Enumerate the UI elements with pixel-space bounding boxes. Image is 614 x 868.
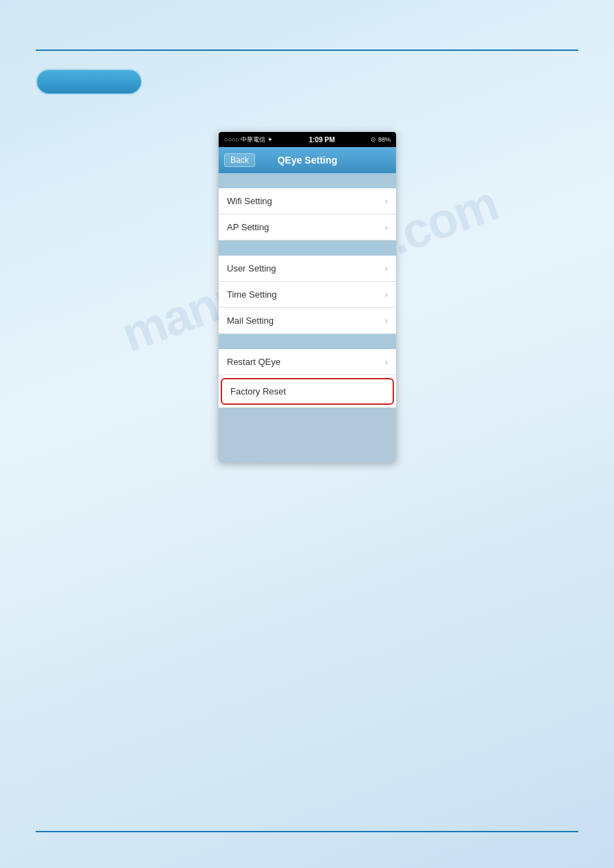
carrier-text: ○○○○ 中華電信 ✦ — [224, 135, 273, 144]
bottom-decorative-line — [36, 831, 578, 832]
section-divider-1 — [219, 173, 396, 188]
factory-reset-label: Factory Reset — [230, 386, 286, 397]
status-bar: ○○○○ 中華電信 ✦ 1:09 PM ⊙ 88% — [219, 132, 396, 147]
menu-item-wifi[interactable]: Wifi Setting › — [219, 188, 396, 214]
menu-item-user[interactable]: User Setting › — [219, 256, 396, 282]
factory-reset-wrapper: Factory Reset — [219, 375, 396, 408]
menu-item-ap-label: AP Setting — [227, 222, 269, 232]
nav-bar: Back QEye Setting — [219, 147, 396, 173]
menu-item-time[interactable]: Time Setting › — [219, 282, 396, 308]
menu-group-1: Wifi Setting › AP Setting › — [219, 188, 396, 241]
menu-group-2: User Setting › Time Setting › Mail Setti… — [219, 256, 396, 334]
chevron-restart-icon: › — [385, 357, 388, 367]
top-pill-tab — [36, 69, 142, 95]
menu-item-mail-label: Mail Setting — [227, 315, 274, 326]
menu-item-ap[interactable]: AP Setting › — [219, 214, 396, 241]
phone-mockup: ○○○○ 中華電信 ✦ 1:09 PM ⊙ 88% Back QEye Sett… — [219, 132, 396, 463]
chevron-mail-icon: › — [385, 316, 388, 326]
phone-bottom-area — [219, 408, 396, 463]
chevron-wifi-icon: › — [385, 197, 388, 206]
menu-item-restart[interactable]: Restart QEye › — [219, 349, 396, 375]
section-divider-3 — [219, 334, 396, 349]
chevron-time-icon: › — [385, 290, 388, 300]
menu-item-time-label: Time Setting — [227, 289, 277, 300]
section-divider-2 — [219, 241, 396, 256]
menu-item-restart-label: Restart QEye — [227, 357, 281, 367]
nav-title: QEye Setting — [277, 155, 337, 166]
menu-item-wifi-label: Wifi Setting — [227, 196, 272, 206]
chevron-user-icon: › — [385, 264, 388, 274]
top-decorative-line — [36, 49, 578, 51]
back-button[interactable]: Back — [224, 153, 255, 167]
menu-item-mail[interactable]: Mail Setting › — [219, 308, 396, 334]
status-time: 1:09 PM — [309, 136, 335, 144]
status-carrier: ○○○○ 中華電信 ✦ — [224, 135, 273, 144]
factory-reset-button[interactable]: Factory Reset — [221, 378, 394, 405]
status-battery: ⊙ 88% — [371, 136, 391, 143]
menu-item-user-label: User Setting — [227, 263, 276, 274]
chevron-ap-icon: › — [385, 223, 388, 232]
battery-text: ⊙ 88% — [371, 136, 391, 143]
